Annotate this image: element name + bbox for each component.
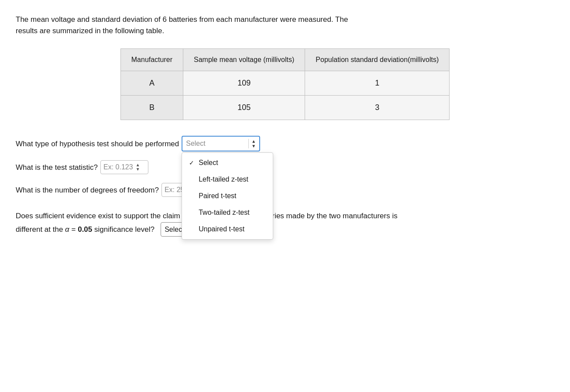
cell-stddev-1: 3 [305, 96, 450, 120]
cell-manufacturer-1: B [120, 96, 183, 120]
final-select-label: Select [165, 224, 184, 235]
dropdown-spinner-arrows: ▲ ▼ [248, 139, 256, 148]
question-1-block: What type of hypothesis test should be p… [16, 136, 554, 151]
col-header-manufacturer: Manufacturer [120, 49, 183, 71]
question-2-block: What is the test statistic? Ex: 0.123 ▲ … [16, 160, 554, 174]
q4-alpha-symbol: α [65, 225, 69, 234]
question-3-text: What is the number of degrees of freedom… [16, 185, 159, 196]
question-2-text: What is the test statistic? [16, 162, 98, 173]
col-header-stddev: Population standard deviation(millivolts… [305, 49, 450, 71]
hypothesis-dropdown-value: Select [186, 138, 205, 149]
q4-alpha-value: 0.05 [78, 225, 92, 234]
intro-text: The mean voltage and standard deviation … [16, 14, 356, 36]
cell-mean-1: 105 [183, 96, 305, 120]
check-icon: ✓ [189, 158, 195, 168]
dropdown-item-left-tailed-z[interactable]: Left-tailed z-test [182, 171, 273, 188]
hypothesis-dropdown-menu: ✓SelectLeft-tailed z-testPaired t-testTw… [182, 152, 273, 240]
test-statistic-placeholder: Ex: 0.123 [103, 162, 133, 172]
test-statistic-input[interactable]: Ex: 0.123 ▲ ▼ [100, 160, 148, 174]
test-statistic-spinner: ▲ ▼ [136, 163, 140, 172]
col-header-mean: Sample mean voltage (millivolts) [183, 49, 305, 71]
dropdown-item-unpaired-t[interactable]: Unpaired t-test [182, 221, 273, 237]
question-1-text: What type of hypothesis test should be p… [16, 138, 179, 150]
table-row: B 105 3 [120, 96, 450, 120]
table-row: A 109 1 [120, 71, 450, 96]
hypothesis-dropdown-trigger[interactable]: Select ▲ ▼ [182, 136, 260, 151]
q4-suffix-text: significance level? [94, 225, 155, 234]
cell-manufacturer-0: A [120, 71, 183, 96]
data-table: Manufacturer Sample mean voltage (milliv… [120, 48, 450, 120]
dropdown-item-two-tailed-z[interactable]: Two-tailed z-test [182, 204, 273, 221]
cell-stddev-0: 1 [305, 71, 450, 96]
question-3-block: What is the number of degrees of freedom… [16, 183, 554, 197]
dropdown-item-paired-t[interactable]: Paired t-test [182, 188, 273, 204]
hypothesis-dropdown-container[interactable]: Select ▲ ▼ ✓SelectLeft-tailed z-testPair… [182, 136, 260, 151]
cell-mean-0: 109 [183, 71, 305, 96]
dropdown-item-select[interactable]: ✓Select [182, 155, 273, 171]
q4-alpha-equals: = [69, 225, 78, 234]
